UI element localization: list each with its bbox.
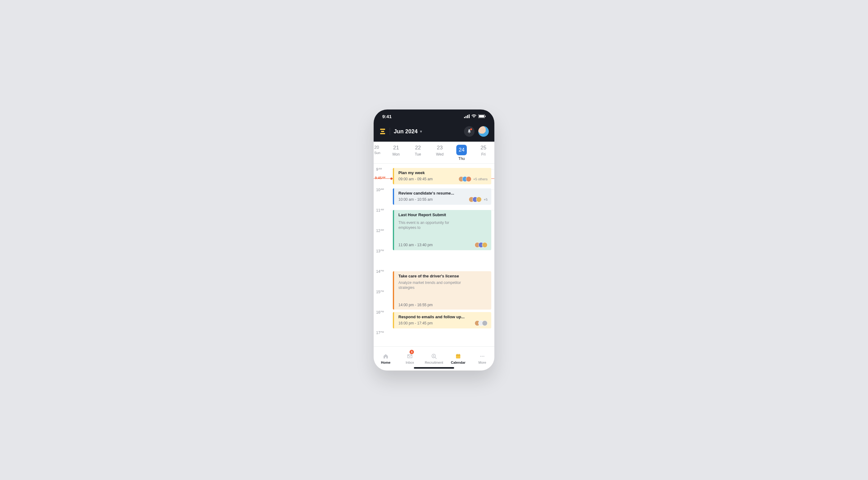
calendar-icon <box>455 353 462 359</box>
signal-icon <box>464 114 470 118</box>
event-review-resume[interactable]: Review candidate's resume... 10:00 am - … <box>393 188 491 205</box>
status-time: 9:41 <box>382 114 392 119</box>
svg-rect-6 <box>485 116 486 117</box>
event-last-hour-report[interactable]: Last Hour Report Submit This event is an… <box>393 210 491 250</box>
event-plan-my-week[interactable]: Plan my week 09:00 am - 09:45 am +5 othe… <box>393 168 491 184</box>
month-selector[interactable]: Jun 2024 ▾ <box>394 128 422 135</box>
svg-rect-12 <box>457 354 458 355</box>
notifications-button[interactable] <box>464 126 474 137</box>
app-logo-icon <box>379 128 386 135</box>
svg-rect-13 <box>459 354 459 355</box>
week-strip: 20 Sun 21 Mon 22 Tue 23 Wed 24 Thu 25 Fr… <box>374 142 494 164</box>
app-header: Jun 2024 ▾ <box>374 123 494 142</box>
hour-gutter: 9AM 10AM 11AM 12AM 13PM 14PM 15PM 16PM 1… <box>374 164 390 346</box>
header-divider <box>390 128 390 135</box>
profile-avatar[interactable] <box>478 126 489 137</box>
status-bar: 9:41 <box>374 109 494 123</box>
event-avatars: +5 <box>469 197 488 202</box>
inbox-badge: 3 <box>409 350 414 354</box>
svg-line-9 <box>435 357 436 359</box>
wifi-icon <box>471 114 476 118</box>
phone-frame: 9:41 Jun 2024 ▾ 20 Sun 21 Mon 22 <box>374 109 494 371</box>
event-avatars <box>474 242 488 248</box>
status-indicators <box>464 114 486 118</box>
svg-rect-2 <box>467 115 468 118</box>
event-respond-emails[interactable]: Respond to emails and follow up... 16:00… <box>393 312 491 329</box>
day-23[interactable]: 23 Wed <box>429 145 451 161</box>
day-21[interactable]: 21 Mon <box>385 145 407 161</box>
svg-point-15 <box>482 356 483 356</box>
svg-rect-11 <box>456 354 460 356</box>
timeline[interactable]: 9AM 10AM 11AM 12AM 13PM 14PM 15PM 16PM 1… <box>374 164 494 346</box>
event-avatars: +5 others <box>459 176 488 182</box>
chevron-down-icon: ▾ <box>420 129 422 134</box>
svg-rect-5 <box>479 115 484 117</box>
svg-point-14 <box>480 356 481 356</box>
day-25[interactable]: 25 Fri <box>472 145 494 161</box>
svg-rect-0 <box>464 117 465 118</box>
events-layer: Plan my week 09:00 am - 09:45 am +5 othe… <box>393 164 491 346</box>
nav-more[interactable]: More <box>470 347 494 371</box>
svg-point-16 <box>483 356 484 356</box>
day-22[interactable]: 22 Tue <box>407 145 429 161</box>
battery-icon <box>478 114 486 118</box>
nav-home[interactable]: Home <box>374 347 398 371</box>
month-label: Jun 2024 <box>394 128 417 135</box>
svg-point-8 <box>433 355 434 356</box>
day-20[interactable]: 20 Sun <box>374 145 385 161</box>
svg-rect-1 <box>466 116 466 118</box>
search-person-icon <box>431 353 437 359</box>
day-24[interactable]: 24 Thu <box>451 145 473 161</box>
bell-icon <box>467 129 472 134</box>
svg-rect-3 <box>469 114 470 118</box>
event-avatars <box>474 320 488 326</box>
event-drivers-license[interactable]: Take care of the driver's license Analyz… <box>393 271 491 310</box>
home-indicator[interactable] <box>414 367 454 369</box>
home-icon <box>382 353 389 359</box>
more-icon <box>479 353 486 359</box>
current-time-label: 9:45AM <box>375 176 385 180</box>
